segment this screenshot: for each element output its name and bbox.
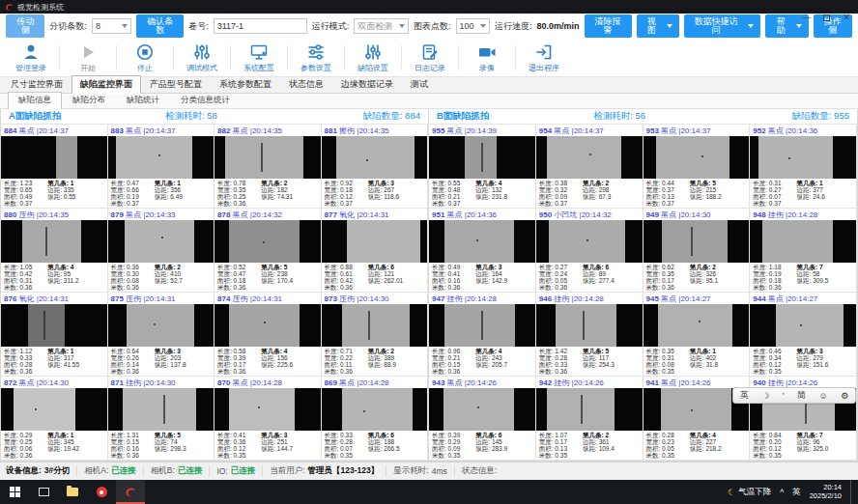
defect-thumbnail[interactable] [1,136,107,179]
defect-thumbnail[interactable] [644,220,750,263]
tab-2[interactable]: 产品型号配置 [141,75,211,93]
defect-thumbnail[interactable] [108,388,214,431]
defect-thumbnail[interactable] [429,220,535,263]
subtab-1[interactable]: 缺陷分布 [62,92,116,108]
subtab-2[interactable]: 缺陷统计 [116,92,170,108]
defect-cell-943[interactable]: 943 黑点 |20:14:26长度: 0.39宽度: 0.29面积: 0.09… [429,377,536,461]
defect-cell-944[interactable]: 944 黑点 |20:14:27长度: 0.46宽度: 0.34面积: 0.12… [750,293,857,377]
tab-6[interactable]: 测试 [402,75,437,93]
ime-apostrophe[interactable]: ’ [783,391,785,401]
input-language-indicator[interactable]: 英 [792,487,801,498]
defect-cell-946[interactable]: 946 挂伤 |20:14:28长度: 1.42宽度: 0.28面积: 0.33… [536,293,644,377]
action-exit-button[interactable]: 退出程序 [519,42,569,73]
defect-cell-951[interactable]: 951 黑点 |20:14:36长度: 0.49宽度: 0.41面积: 0.16… [429,209,536,293]
defect-thumbnail[interactable] [322,304,428,347]
ime-simplified-toggle[interactable]: 简 [797,389,806,402]
confirm-count-button[interactable]: 确认条数 [136,14,184,38]
defect-thumbnail[interactable] [322,388,428,431]
defect-cell-869[interactable]: 869 黑点 |20:14:28长度: 0.33宽度: 0.28面积: 0.07… [322,377,429,461]
view-menu-button[interactable]: 视图 [637,14,679,38]
defect-thumbnail[interactable] [536,220,643,263]
defect-cell-874[interactable]: 874 压伤 |20:14:31长度: 0.58宽度: 0.39面积: 0.17… [214,293,322,377]
subtab-0[interactable]: 缺陷信息 [8,92,62,109]
roll-number-input[interactable] [214,18,307,34]
running-app-button[interactable] [116,480,145,504]
defect-cell-876[interactable]: 876 氧化 |20:14:31长度: 1.12宽度: 0.33面积: 0.28… [1,293,108,377]
defect-cell-880[interactable]: 880 压伤 |20:14:35长度: 1.05宽度: 0.42面积: 0.31… [1,209,108,293]
defect-thumbnail[interactable] [1,304,107,347]
subtab-3[interactable]: 分类信息统计 [170,92,241,108]
defect-thumbnail[interactable] [214,388,321,431]
defect-cell-945[interactable]: 945 黑点 |20:14:27长度: 0.35宽度: 0.31面积: 0.08… [644,293,751,377]
defect-thumbnail[interactable] [536,304,643,347]
show-desktop-button[interactable] [850,480,854,504]
defect-thumbnail[interactable] [214,220,321,263]
defect-thumbnail[interactable] [644,304,750,347]
drive-side-button[interactable]: 传动侧 [6,14,44,38]
defect-thumbnail[interactable] [1,220,107,263]
defect-cell-952[interactable]: 952 黑点 |20:14:36长度: 0.31宽度: 0.27面积: 0.07… [750,125,857,209]
defect-thumbnail[interactable] [536,388,643,431]
defect-cell-879[interactable]: 879 黑点 |20:14:33长度: 0.36宽度: 0.30面积: 0.08… [108,209,215,293]
defect-cell-877[interactable]: 877 氧化 |20:14:31长度: 0.88宽度: 0.61面积: 0.42… [322,209,429,293]
defect-cell-872[interactable]: 872 黑点 |20:14:30长度: 0.29宽度: 0.25面积: 0.06… [1,377,108,461]
defect-cell-942[interactable]: 942 挂伤 |20:14:26长度: 1.07宽度: 0.17面积: 0.13… [536,377,644,461]
chart-points-select[interactable]: 100 [456,18,490,34]
defect-cell-881[interactable]: 881 擦伤 |20:14:35长度: 0.92宽度: 0.18面积: 0.12… [322,125,429,209]
close-button[interactable]: ✕ [843,13,850,22]
clear-alarm-button[interactable]: 清除报警 [585,14,632,38]
tab-3[interactable]: 系统参数配置 [211,75,280,93]
defect-thumbnail[interactable] [429,136,535,179]
minimize-button[interactable]: — [802,13,811,22]
slit-count-select[interactable]: 8 [92,18,131,34]
start-button[interactable] [0,480,29,504]
weather-widget[interactable]: ☾ 气温下降 [728,487,771,498]
defect-cell-953[interactable]: 953 黑点 |20:14:37长度: 0.44宽度: 0.37面积: 0.13… [644,125,751,209]
data-shortcut-menu-button[interactable]: 数据快捷访问 [684,14,760,38]
action-monitor-button[interactable]: 系统配置 [234,42,284,73]
defect-cell-954[interactable]: 954 黑点 |20:14:37长度: 0.38宽度: 0.32面积: 0.09… [536,125,644,209]
defect-thumbnail[interactable] [536,136,643,179]
file-explorer-button[interactable] [58,480,87,504]
run-mode-select[interactable]: 双面检测 [354,18,409,34]
defect-thumbnail[interactable] [322,220,428,263]
defect-cell-949[interactable]: 949 黑点 |20:14:30长度: 0.62宽度: 0.35面积: 0.17… [644,209,751,293]
task-view-button[interactable] [29,480,58,504]
tray-expand-button[interactable]: ^ [780,488,784,497]
action-stop-button[interactable]: 停止 [120,42,170,73]
defect-thumbnail[interactable] [429,304,535,347]
pinned-app-button[interactable] [87,480,116,504]
defect-cell-884[interactable]: 884 黑点 |20:14:37长度: 1.23宽度: 0.65面积: 0.49… [1,125,108,209]
ime-moon-icon[interactable]: ☽ [761,391,769,401]
defect-cell-873[interactable]: 873 压伤 |20:14:30长度: 0.71宽度: 0.22面积: 0.11… [322,293,429,377]
ime-lang-toggle[interactable]: 英 [740,389,749,402]
action-play-button[interactable]: 开始 [63,42,113,73]
defect-cell-948[interactable]: 948 挂伤 |20:14:28长度: 1.18宽度: 0.19面积: 0.18… [750,209,857,293]
ime-emoji-icon[interactable]: ☺ [819,391,828,401]
action-user-button[interactable]: 管理登录 [6,42,56,73]
ime-toolbar[interactable]: 英☽’简☺⚙ [732,387,856,404]
defect-thumbnail[interactable] [322,136,428,179]
maximize-button[interactable] [823,14,830,21]
defect-cell-878[interactable]: 878 黑点 |20:14:32长度: 0.52宽度: 0.47面积: 0.18… [214,209,322,293]
defect-thumbnail[interactable] [644,136,750,179]
defect-thumbnail[interactable] [108,304,214,347]
defect-thumbnail[interactable] [1,388,107,431]
defect-thumbnail[interactable] [750,304,856,347]
action-sliders-h-button[interactable]: 参数设置 [291,42,341,73]
defect-thumbnail[interactable] [750,136,856,179]
defect-cell-882[interactable]: 882 黑点 |20:14:35长度: 0.78宽度: 0.35面积: 0.25… [214,125,322,209]
defect-thumbnail[interactable] [214,304,321,347]
action-log-button[interactable]: 日志记录 [405,42,455,73]
defect-thumbnail[interactable] [108,220,214,263]
defect-cell-883[interactable]: 883 黑点 |20:14:37长度: 0.47宽度: 0.66面积: 0.19… [108,125,215,209]
clock[interactable]: 20:14 2025/2/10 [810,484,842,500]
action-sliders-v-button[interactable]: 缺陷设置 [348,42,398,73]
defect-cell-875[interactable]: 875 压伤 |20:14:31长度: 0.64宽度: 0.26面积: 0.14… [108,293,215,377]
tab-5[interactable]: 边缘数据记录 [332,75,402,93]
ime-settings-icon[interactable]: ⚙ [841,391,848,401]
defect-cell-950[interactable]: 950 小凹坑 |20:14:32长度: 0.27宽度: 0.24面积: 0.0… [536,209,644,293]
defect-cell-871[interactable]: 871 挂伤 |20:14:30长度: 1.31宽度: 0.15面积: 0.16… [108,377,215,461]
defect-cell-955[interactable]: 955 黑点 |20:14:39长度: 0.55宽度: 0.48面积: 0.21… [429,125,536,209]
defect-thumbnail[interactable] [429,388,535,431]
